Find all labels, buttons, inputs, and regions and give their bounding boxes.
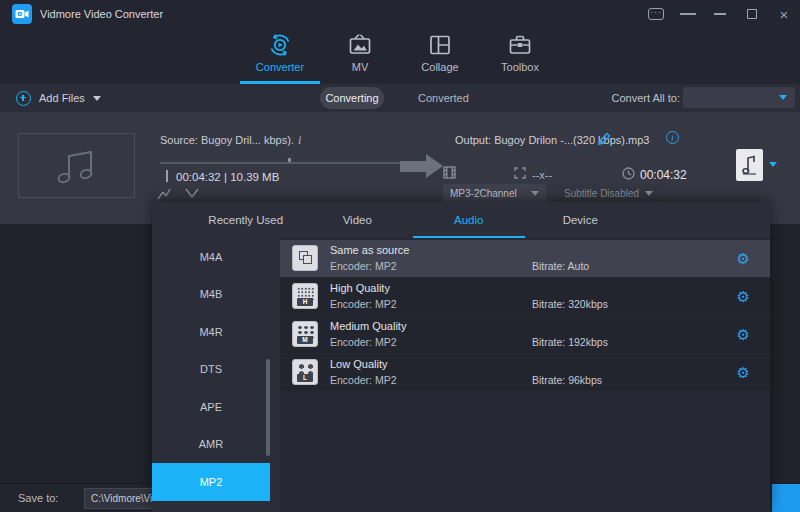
- clock-icon: [622, 167, 635, 182]
- add-files-caret-icon: [93, 96, 101, 101]
- save-to-label: Save to:: [18, 492, 58, 504]
- titlebar-controls: ··· ×: [648, 0, 792, 28]
- same-as-source-icon: [292, 245, 318, 271]
- app-title: Vidmore Video Converter: [40, 8, 163, 20]
- app-logo-icon: [12, 4, 32, 24]
- low-quality-icon: L: [292, 359, 318, 385]
- profile-row-high-quality[interactable]: H High Quality Encoder: MP2 Bitrate: 320…: [280, 278, 770, 315]
- format-item-m4b[interactable]: M4B: [152, 276, 270, 314]
- output-info-icon[interactable]: i: [666, 131, 679, 144]
- tab-toolbox-label: Toolbox: [501, 61, 539, 73]
- film-strip-icon: [443, 166, 456, 181]
- output-label: Output: Bugoy Drilon -...(320 kbps).mp3: [455, 134, 649, 146]
- output-format-caret-icon[interactable]: [769, 162, 777, 167]
- toolbar: Add Files Converting Converted Convert A…: [0, 84, 800, 112]
- panel-tab-device[interactable]: Device: [525, 202, 637, 238]
- format-item-ape[interactable]: APE: [152, 388, 270, 426]
- add-files-label: Add Files: [39, 92, 85, 104]
- settings-gear-icon[interactable]: ⚙: [737, 250, 750, 268]
- toolbox-icon: [507, 32, 533, 58]
- subtitle-value: Subtitle Disabled: [564, 188, 639, 199]
- profile-row-same-as-source[interactable]: Same as source Encoder: MP2 Bitrate: Aut…: [280, 240, 770, 277]
- resolution-value: --x--: [532, 169, 552, 181]
- profile-row-medium-quality[interactable]: M Medium Quality Encoder: MP2 Bitrate: 1…: [280, 316, 770, 353]
- convert-all-caret-icon: [779, 95, 787, 100]
- audio-thumbnail: [18, 133, 135, 198]
- tab-collage-label: Collage: [421, 61, 458, 73]
- converting-tab[interactable]: Converting: [320, 87, 384, 109]
- format-panel: Recently Used Video Audio Device M4A M4B…: [152, 202, 770, 512]
- maximize-icon[interactable]: [744, 6, 760, 22]
- rename-pencil-icon[interactable]: [597, 132, 611, 148]
- convert-all-label: Convert All to:: [612, 84, 680, 112]
- source-duration-size: 00:04:32 | 10.39 MB: [176, 171, 279, 183]
- tab-converter-label: Converter: [256, 61, 304, 73]
- duration-divider: [166, 170, 168, 182]
- format-item-amr[interactable]: AMR: [152, 426, 270, 464]
- profile-list: Same as source Encoder: MP2 Bitrate: Aut…: [280, 238, 770, 512]
- format-item-m4a[interactable]: M4A: [152, 238, 270, 276]
- feedback-icon[interactable]: ···: [648, 6, 664, 22]
- source-info-icon[interactable]: i: [298, 133, 301, 148]
- format-panel-tabs: Recently Used Video Audio Device: [190, 202, 636, 238]
- medium-quality-icon: M: [292, 321, 318, 347]
- audio-channel-caret-icon: [531, 191, 539, 196]
- trim-slider[interactable]: [160, 162, 418, 164]
- tab-mv[interactable]: MV: [320, 30, 400, 84]
- trim-slider-handle[interactable]: [288, 158, 291, 162]
- convert-all-button[interactable]: [772, 484, 800, 512]
- tab-collage[interactable]: Collage: [400, 30, 480, 84]
- tab-mv-label: MV: [352, 61, 369, 73]
- subtitle-dropdown[interactable]: Subtitle Disabled: [557, 184, 660, 203]
- app-window: Vidmore Video Converter ··· × Con: [0, 0, 800, 512]
- mv-icon: [347, 32, 373, 58]
- audio-channel-dropdown[interactable]: MP3-2Channel: [443, 184, 546, 203]
- panel-tab-recently-used[interactable]: Recently Used: [190, 202, 302, 238]
- format-sidebar: M4A M4B M4R DTS APE AMR MP2: [152, 238, 270, 512]
- tab-converter[interactable]: Converter: [240, 30, 320, 84]
- plus-icon: [16, 91, 31, 106]
- settings-gear-icon[interactable]: ⚙: [737, 364, 750, 382]
- source-label: Source: Bugoy Dril... kbps).: [160, 134, 294, 146]
- cut-scissors-icon[interactable]: [185, 188, 199, 202]
- collage-icon: [427, 32, 453, 58]
- output-format-button[interactable]: [736, 149, 763, 181]
- panel-tab-video[interactable]: Video: [302, 202, 414, 238]
- convert-arrow-head: [426, 154, 443, 178]
- output-duration: 00:04:32: [640, 168, 687, 182]
- converter-icon: [267, 32, 293, 58]
- panel-tab-audio[interactable]: Audio: [413, 202, 525, 238]
- profile-row-low-quality[interactable]: L Low Quality Encoder: MP2 Bitrate: 96kb…: [280, 354, 770, 391]
- edit-wand-icon[interactable]: [157, 188, 171, 202]
- convert-arrow-icon: [400, 161, 426, 172]
- audio-channel-value: MP3-2Channel: [450, 188, 517, 199]
- menu-icon[interactable]: [680, 6, 696, 22]
- minimize-icon[interactable]: [712, 6, 728, 22]
- converted-tab[interactable]: Converted: [418, 84, 469, 112]
- sidebar-scrollbar[interactable]: [266, 359, 270, 456]
- tab-toolbox[interactable]: Toolbox: [480, 30, 560, 84]
- add-files-button[interactable]: Add Files: [16, 84, 101, 112]
- format-item-m4r[interactable]: M4R: [152, 313, 270, 351]
- nav-tabs: Converter MV: [240, 30, 560, 84]
- subtitle-caret-icon: [645, 191, 653, 196]
- settings-gear-icon[interactable]: ⚙: [737, 288, 750, 306]
- resolution-expand-icon: [514, 167, 526, 181]
- format-item-dts[interactable]: DTS: [152, 351, 270, 389]
- format-item-mp2[interactable]: MP2: [152, 463, 270, 501]
- titlebar: Vidmore Video Converter ··· ×: [0, 0, 800, 28]
- close-icon[interactable]: ×: [776, 6, 792, 22]
- high-quality-icon: H: [292, 283, 318, 309]
- convert-all-dropdown[interactable]: [683, 87, 795, 108]
- settings-gear-icon[interactable]: ⚙: [737, 326, 750, 344]
- header: Vidmore Video Converter ··· × Con: [0, 0, 800, 84]
